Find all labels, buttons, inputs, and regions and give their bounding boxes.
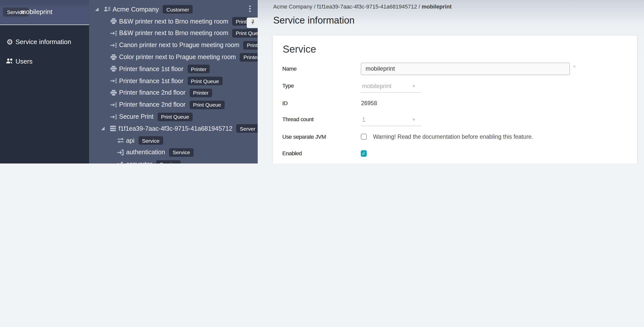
tree-item-badge: Service [156,160,181,164]
tree-item-label: Acme Company [113,6,159,13]
print-queue-icon [110,113,117,120]
tree-item-label: api [126,137,134,144]
tree-rows: Acme CompanyCustomerB&W printer next to … [89,4,258,163]
tree-item-print-queue[interactable]: Printer finance 1st floorPrint Queue [89,75,258,87]
gear-icon: ⚙ [6,38,14,46]
server-col-name: Name [397,162,413,163]
tree-item-badge: Customer [163,5,193,14]
tree-item-label: B&W printer next to Brno meeting room [119,18,228,25]
tree-item-badge: Print Queue [232,29,258,38]
tree-item-print-queue[interactable]: B&W printer next to Brno meeting roomPri… [89,27,258,39]
name-label: Name [282,64,361,72]
sidebar-item-label: Users [16,58,33,66]
print-queue-icon [110,30,117,37]
tree-item-api[interactable]: apiService [89,135,258,147]
breadcrumb-segment[interactable]: f1f1ea39-7aac-4f3c-9715-41a681945712 [317,4,417,10]
thread-count-label: Thread count [282,115,361,123]
server-col-selected: Selected [362,162,385,163]
tree-item-label: B&W printer next to Brno meeting room [119,30,228,37]
printer-icon [110,89,117,96]
thread-count-select: 1 ▼ [361,113,421,126]
main-content: Acme Company / f1f1ea39-7aac-4f3c-9715-4… [258,0,644,163]
breadcrumb: Acme Company / f1f1ea39-7aac-4f3c-9715-4… [273,3,452,11]
tree-item-printer[interactable]: Printer finance 2nd floorPrinter [89,87,258,99]
type-label: Type [282,82,361,90]
breadcrumb-segment[interactable]: Acme Company [273,4,312,10]
enabled-label: Enabled [282,149,361,157]
tree-item-badge: Service [169,148,194,157]
use-separate-jvm-label: Use separate JVM [282,132,361,140]
tree-item-customer[interactable]: Acme CompanyCustomer [89,4,258,16]
tree-item-printer[interactable]: B&W printer next to Brno meeting roomPri… [89,16,258,28]
tree-item-badge: Server [236,124,258,133]
tree-item-print-queue[interactable]: Canon printer next to Prague meeting roo… [89,39,258,51]
breadcrumb-separator: / [312,4,317,10]
enabled-checkbox[interactable]: ✓ [361,150,367,156]
sidebar-header: Service mobileprint [0,0,89,25]
tree-item-print-queue[interactable]: Secure PrintPrint Queue [89,111,258,123]
tree-item-label: Printer finance 1st floor [119,66,183,73]
tree-item-label: Printer finance 2nd floor [119,89,185,96]
tree-item-printer[interactable]: Printer finance 1st floorPrinter [89,63,258,75]
server-icon [110,125,117,132]
tree-item-login[interactable]: authenticationService [89,146,258,158]
api-icon [117,137,124,144]
card-heading: Service [283,42,316,56]
tree-item-badge: Print Queue [158,112,193,121]
tree-expander-icon[interactable] [95,8,99,11]
tree-item-label: Color printer next to Prague meeting roo… [119,54,236,61]
printer-icon [110,54,117,61]
tree-item-badge: Print Queue [187,77,222,85]
tree-item-label: Printer finance 2nd floor [119,101,185,108]
tree-item-label: f1f1ea39-7aac-4f3c-9715-41a681945712 [119,125,232,132]
login-icon [117,149,124,156]
id-value: 26958 [361,99,377,107]
sidebar-item-users[interactable]: Users [0,53,89,70]
pin-tree-button[interactable] [247,18,258,28]
shuffle-icon [117,161,124,164]
tree-item-badge: Print Queue [189,101,224,109]
tree-item-label: authentication [126,149,165,156]
tree-item-print-queue[interactable]: Printer finance 2nd floorPrint Queue [89,99,258,111]
page-title: Service information [273,14,355,27]
tree-item-shuffle[interactable]: converterService [89,158,258,163]
tree-item-badge: Printer [187,65,210,73]
tree-item-badge: Service [138,136,163,145]
print-queue-icon [110,77,117,84]
customer-icon [104,6,111,13]
use-separate-jvm-checkbox[interactable] [361,133,367,140]
tree-item-badge: Printer [240,53,258,61]
sidebar-item-service-information[interactable]: ⚙ Service information [0,34,89,51]
tree-item-label: converter [126,161,152,164]
chevron-down-icon: ▼ [412,84,416,89]
entity-tree-panel: Acme CompanyCustomerB&W printer next to … [89,0,258,163]
type-select: mobileprint ▼ [361,80,421,93]
breadcrumb-segment: mobileprint [422,4,452,10]
service-form-card: Service Name * Type mobileprint ▼ ID 269… [272,36,637,163]
required-marker: * [573,64,575,71]
sidebar-item-label: Service information [16,38,71,46]
breadcrumb-separator: / [417,4,422,10]
pin-icon [250,19,256,27]
tree-item-label: Secure Print [119,113,154,120]
tree-item-printer[interactable]: Color printer next to Prague meeting roo… [89,51,258,63]
print-queue-icon [110,42,117,49]
print-queue-icon [110,101,117,108]
tree-item-badge: Print Queue [243,41,258,50]
name-input[interactable] [361,62,570,75]
sidebar: Service mobileprint ⚙ Service informatio… [0,0,89,163]
tree-item-badge: Printer [189,89,212,97]
chevron-down-icon: ▼ [412,117,416,122]
app-window: Service mobileprint ⚙ Service informatio… [0,0,644,163]
printer-icon [110,66,117,73]
jvm-warning-text: Warning! Read the documentation before e… [373,132,533,140]
tree-item-label: Canon printer next to Prague meeting roo… [119,42,239,49]
users-icon [6,57,14,66]
sidebar-service-name: mobileprint [21,8,52,16]
tree-item-label: Printer finance 1st floor [119,77,183,84]
tree-item-server[interactable]: f1f1ea39-7aac-4f3c-9715-41a681945712Serv… [89,123,258,135]
tree-expander-icon[interactable] [101,127,105,130]
printer-icon [110,18,117,25]
id-label: ID [282,99,361,107]
